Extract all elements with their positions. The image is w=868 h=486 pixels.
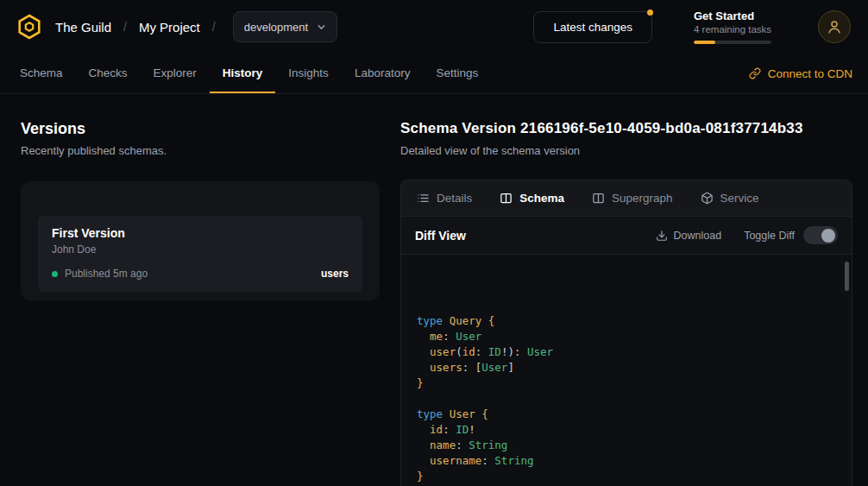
breadcrumb-separator: / — [123, 20, 127, 34]
box-icon — [701, 192, 714, 205]
toggle-diff-label: Toggle Diff — [744, 230, 795, 242]
tab-schema[interactable]: Schema — [500, 192, 564, 205]
breadcrumb-separator: / — [212, 20, 216, 34]
version-detail-subtitle: Detailed view of the schema version — [400, 144, 852, 157]
version-name: First Version — [52, 226, 349, 240]
download-icon — [656, 230, 668, 242]
version-author: John Doe — [52, 243, 349, 256]
get-started-title: Get Started — [694, 9, 777, 22]
versions-subtitle: Recently published schemas. — [21, 144, 380, 157]
download-button[interactable]: Download — [656, 230, 722, 242]
nav-tab-settings[interactable]: Settings — [423, 54, 491, 93]
main-nav: Schema Checks Explorer History Insights … — [0, 54, 868, 94]
breadcrumb-org[interactable]: The Guild — [55, 20, 111, 35]
get-started-subtitle: 4 remaining tasks — [694, 24, 777, 35]
versions-panel: Versions Recently published schemas. Fir… — [0, 94, 400, 486]
hive-logo-icon[interactable] — [16, 13, 43, 41]
top-header: The Guild / My Project / development Lat… — [0, 0, 868, 54]
nav-tab-history[interactable]: History — [210, 54, 276, 93]
list-icon — [417, 192, 430, 205]
get-started-progress-track — [694, 41, 771, 44]
version-list-item[interactable]: First Version John Doe Published 5m ago … — [38, 216, 362, 292]
tab-details[interactable]: Details — [417, 192, 472, 205]
latest-changes-button[interactable]: Latest changes — [533, 11, 652, 43]
tab-supergraph[interactable]: Supergraph — [592, 192, 673, 205]
get-started-widget[interactable]: Get Started 4 remaining tasks — [694, 9, 777, 44]
connect-to-cdn-button[interactable]: Connect to CDN — [749, 54, 852, 93]
version-status: Published 5m ago — [65, 268, 148, 280]
get-started-progress-fill — [694, 41, 715, 44]
download-label: Download — [674, 230, 722, 242]
code-block[interactable]: type Query { me: User user(id: ID!): Use… — [401, 255, 852, 486]
link-icon — [749, 67, 761, 79]
toggle-diff-switch[interactable] — [803, 226, 838, 244]
user-avatar[interactable] — [818, 10, 851, 43]
version-service-tag: users — [321, 268, 349, 280]
columns-icon — [592, 192, 605, 205]
main-content: Versions Recently published schemas. Fir… — [0, 94, 868, 486]
nav-tab-checks[interactable]: Checks — [76, 54, 141, 93]
scrollbar-thumb[interactable] — [845, 262, 849, 291]
environment-select[interactable]: development — [233, 11, 337, 42]
tab-service[interactable]: Service — [701, 192, 759, 205]
columns-icon — [500, 192, 513, 205]
latest-changes-label: Latest changes — [553, 21, 632, 34]
version-detail-title: Schema Version 2166196f-5e10-4059-bd0a-0… — [400, 120, 852, 137]
nav-tab-schema[interactable]: Schema — [7, 54, 76, 93]
chevron-down-icon — [317, 22, 326, 32]
nav-tab-insights[interactable]: Insights — [275, 54, 342, 93]
versions-list-card: First Version John Doe Published 5m ago … — [21, 181, 380, 300]
schema-view-panel: Details Schema Sup — [400, 180, 852, 486]
breadcrumb-project[interactable]: My Project — [139, 20, 200, 35]
diff-view-header: Diff View Download Toggle Diff — [401, 217, 852, 255]
diff-view-title: Diff View — [415, 229, 466, 243]
nav-tab-explorer[interactable]: Explorer — [141, 54, 210, 93]
version-detail-panel: Schema Version 2166196f-5e10-4059-bd0a-0… — [400, 94, 852, 486]
user-icon — [827, 19, 842, 35]
nav-tab-laboratory[interactable]: Laboratory — [342, 54, 424, 93]
versions-title: Versions — [21, 120, 380, 138]
toggle-knob — [821, 229, 835, 243]
published-status-dot — [52, 271, 58, 277]
schema-view-tabs: Details Schema Sup — [401, 180, 852, 217]
connect-to-cdn-label: Connect to CDN — [768, 67, 852, 80]
environment-select-value: development — [244, 21, 308, 34]
notification-dot — [647, 9, 653, 16]
